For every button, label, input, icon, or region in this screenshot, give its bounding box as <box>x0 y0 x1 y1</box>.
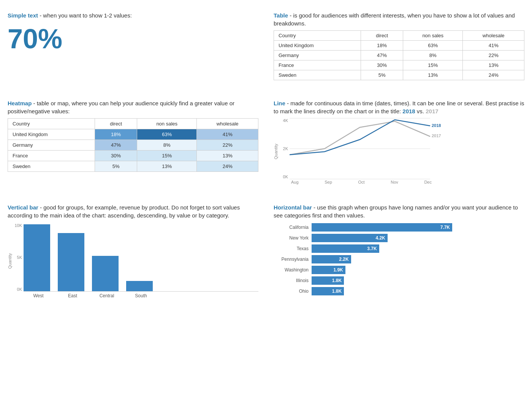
table-row: France30%15%13% <box>274 60 524 70</box>
hbar-bar: 1.8K <box>312 287 344 295</box>
vbar-label-east: East <box>59 293 86 298</box>
hbar-bar: 7.7K <box>312 223 452 232</box>
vbar-central-bar <box>92 256 119 291</box>
hbar-bold: Horizontal bar <box>274 204 312 211</box>
hbar-bar: 4.2K <box>312 234 388 242</box>
table-suffix: - is good for audiences with different i… <box>274 12 515 27</box>
vbar-west-bar <box>24 224 50 291</box>
table-cell: 5% <box>361 70 403 80</box>
heatmap-cell: 47% <box>95 140 137 151</box>
x-oct: Oct <box>358 180 364 184</box>
heatmap-cell: France <box>8 151 95 161</box>
vbar-south <box>126 281 153 291</box>
hbar-bar: 1.9K <box>312 266 345 274</box>
table-cell: 63% <box>403 41 463 51</box>
table-section: Table - is good for audiences with diffe… <box>274 8 524 84</box>
simple-text-suffix: - when you want to show 1-2 values: <box>38 12 132 19</box>
x-dec: Dec <box>424 180 432 184</box>
heatmap-header-row: Country direct non sales wholesale <box>8 119 258 129</box>
hbar-title: Horizontal bar - use this graph when gro… <box>274 203 524 219</box>
table-cell: 8% <box>403 51 463 60</box>
vbar-bold: Vertical bar <box>8 204 38 211</box>
heatmap-cell: 15% <box>137 151 197 161</box>
simple-text-section: Simple text - when you want to show 1-2 … <box>8 8 258 84</box>
simple-text-value: 70% <box>8 23 258 54</box>
heatmap-cell: United Kingdom <box>8 129 95 140</box>
vbar-west <box>24 224 50 291</box>
hbar-row: Washington1.9K <box>274 266 524 274</box>
hbar-row: California7.7K <box>274 223 524 232</box>
vbar-bars <box>24 223 258 292</box>
x-nov: Nov <box>391 180 398 184</box>
heatmap-row: France30%15%13% <box>8 151 258 161</box>
vbar-y-5k: 5K <box>13 255 22 260</box>
heatmap-cell: 41% <box>197 129 258 140</box>
x-sep: Sep <box>325 180 332 184</box>
hbar-label: Texas <box>274 246 312 251</box>
hbar-label: Ohio <box>274 289 312 294</box>
data-table: Country direct non sales wholesale Unite… <box>274 30 524 80</box>
table-col-country: Country <box>274 31 361 41</box>
heatmap-cell: Germany <box>8 140 95 151</box>
heatmap-col-direct: direct <box>95 119 137 129</box>
line-suffix: - made for continuous data in time (date… <box>274 100 524 114</box>
vbar-east-bar <box>58 233 84 291</box>
table-title: Table - is good for audiences with diffe… <box>274 11 524 27</box>
table-cell: 15% <box>403 60 463 70</box>
line-vs: vs. <box>415 108 426 114</box>
hbar-row: Illinois1.8K <box>274 276 524 285</box>
heatmap-col-nonsales: non sales <box>137 119 197 129</box>
hbar-bar: 3.7K <box>312 244 379 253</box>
hbar-value: 4.2K <box>375 235 385 241</box>
heatmap-row: United Kingdom18%63%41% <box>8 129 258 140</box>
heatmap-cell: 13% <box>197 151 258 161</box>
table-col-direct: direct <box>361 31 403 41</box>
vbar-label-central: Central <box>93 293 120 298</box>
hbar-value: 1.8K <box>332 289 342 294</box>
vbar-label-south: South <box>128 293 154 298</box>
vbar-title: Vertical bar - good for groups, for exam… <box>8 203 258 219</box>
line-chart-section: Line - made for continuous data in time … <box>274 95 524 188</box>
line-title: Line - made for continuous data in time … <box>274 99 524 115</box>
heatmap-cell: 24% <box>197 161 258 172</box>
heatmap-col-wholesale: wholesale <box>197 119 258 129</box>
hbar-bar: 2.2K <box>312 255 351 263</box>
hbar-value: 2.2K <box>339 257 348 262</box>
line-y-0k: 0K <box>279 174 288 179</box>
table-cell: 47% <box>361 51 403 60</box>
heatmap-table: Country direct non sales wholesale Unite… <box>8 118 258 172</box>
hbar-bar: 1.8K <box>312 276 344 285</box>
vbar-suffix: - good for groups, for example, revenue … <box>8 204 240 219</box>
table-bold: Table <box>274 12 288 19</box>
heatmap-bold: Heatmap <box>8 100 32 106</box>
table-row: Germany47%8%22% <box>274 51 524 60</box>
table-header-row: Country direct non sales wholesale <box>274 31 524 41</box>
line-y-2k: 2K <box>279 146 288 151</box>
hbar-section: Horizontal bar - use this graph when gro… <box>274 200 524 302</box>
svg-text:2018: 2018 <box>432 123 441 128</box>
table-cell: France <box>274 60 361 70</box>
vbar-y-axis-label: Quantity <box>8 253 12 269</box>
vbar-y-10k: 10K <box>13 223 22 228</box>
line-x-labels: Aug Sep Oct Nov Dec <box>291 180 432 184</box>
table-cell: 18% <box>361 41 403 51</box>
vbar-east <box>58 233 84 291</box>
heatmap-cell: 30% <box>95 151 137 161</box>
vbar-y-0k: 0K <box>13 287 22 292</box>
table-cell: 41% <box>463 41 524 51</box>
heatmap-section: Heatmap - table or map, where you can he… <box>8 95 258 188</box>
line-chart-svg: 2018 2017 <box>290 118 430 179</box>
hbar-label: Pennsylvania <box>274 257 312 262</box>
table-cell: 13% <box>403 70 463 80</box>
table-cell: 30% <box>361 60 403 70</box>
simple-text-bold: Simple text <box>8 12 38 19</box>
table-row: Sweden5%13%24% <box>274 70 524 80</box>
heatmap-cell: Sweden <box>8 161 95 172</box>
heatmap-cell: 8% <box>137 140 197 151</box>
x-aug: Aug <box>291 180 299 184</box>
hbar-row: Ohio1.8K <box>274 287 524 295</box>
hbar-value: 3.7K <box>367 246 377 251</box>
line-year2018: 2018 <box>402 108 415 114</box>
table-cell: 24% <box>463 70 524 80</box>
hbar-value: 1.9K <box>333 267 343 273</box>
